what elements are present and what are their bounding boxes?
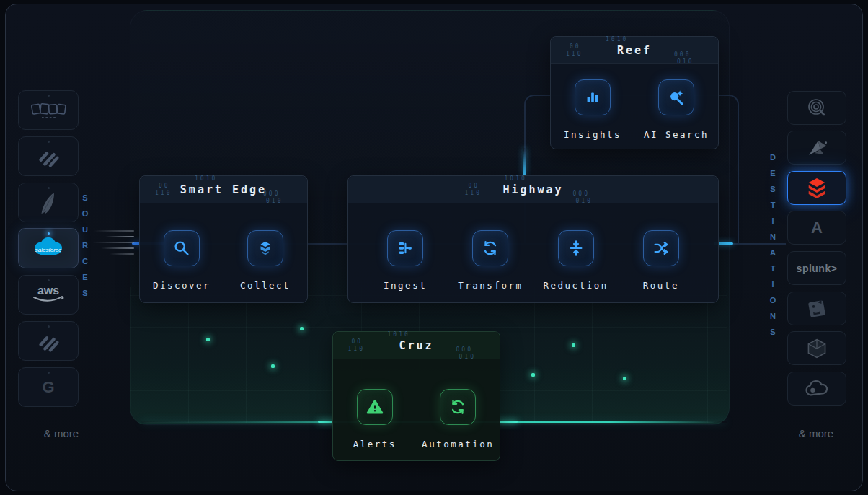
destination-tile-datadog[interactable] — [787, 292, 846, 325]
item-label: Insights — [564, 129, 621, 140]
panel-title-highway: Highway — [502, 183, 563, 196]
magnifier-icon[interactable] — [164, 230, 200, 266]
panel-title-smart-edge: Smart Edge — [180, 183, 267, 196]
highway-item-transform: Transform — [448, 230, 533, 291]
destination-tile-databricks[interactable] — [787, 171, 846, 205]
sync-icon[interactable] — [472, 230, 508, 266]
data-particle — [271, 364, 275, 368]
destination-tile-q[interactable] — [787, 91, 846, 125]
google-logo: G — [42, 378, 54, 397]
apache-feather-logo — [35, 190, 61, 216]
diagonal-stripes-logo — [35, 143, 62, 170]
destination-tile-splunk[interactable]: splunk> — [787, 251, 846, 285]
panel-title-reef: Reef — [617, 44, 652, 57]
speed-line — [101, 248, 134, 249]
databricks-logo — [805, 177, 829, 200]
data-particle — [531, 373, 535, 377]
speed-line — [110, 253, 134, 255]
destination-tile-cloud[interactable] — [787, 372, 846, 406]
data-particle — [572, 343, 575, 347]
highway-item-ingest: Ingest — [363, 230, 448, 291]
item-label: Collect — [240, 280, 291, 291]
highway-header: 101000 110000 010 Highway — [348, 176, 718, 203]
destination-tile-bird[interactable] — [787, 131, 846, 165]
source-tile-boxes[interactable] — [18, 90, 79, 130]
data-particle — [206, 338, 210, 341]
data-particle — [623, 377, 626, 380]
datadog-logo — [805, 297, 829, 321]
destination-tile-cube[interactable] — [787, 331, 846, 365]
reef-panel: 101000 110000 010 Reef Insights — [550, 36, 719, 149]
svg-text:salesforce: salesforce — [35, 247, 62, 253]
item-label: Automation — [422, 439, 494, 450]
cloud-logo — [803, 379, 831, 399]
source-tile-feather[interactable] — [18, 183, 79, 222]
destinations-more-label: & more — [783, 427, 849, 439]
cruz-item-automation: Automation — [417, 389, 500, 450]
data-particle — [300, 327, 304, 330]
item-label: Reduction — [544, 280, 608, 291]
warning-icon[interactable] — [357, 389, 393, 425]
q-spiral-logo — [805, 96, 829, 121]
reef-item-ai-search: AI Search — [634, 79, 718, 140]
aws-logo: aws — [30, 286, 66, 305]
cruz-right-connector-glow — [497, 421, 518, 423]
compress-icon[interactable] — [558, 230, 594, 266]
sync-green-icon[interactable] — [440, 389, 476, 425]
cruz-header: 101000 110000 010 Cruz — [333, 332, 500, 359]
highway-item-reduction: Reduction — [533, 230, 619, 291]
speed-line — [105, 236, 134, 237]
source-tile-aws[interactable]: aws — [18, 275, 79, 315]
item-label: Alerts — [353, 439, 397, 450]
destinations-rail-label: DESTINATIONS — [769, 153, 777, 343]
source-tile-google[interactable]: G — [18, 367, 79, 407]
destination-tile-azure[interactable]: A — [787, 211, 846, 245]
source-tile-stripes-2[interactable] — [18, 321, 79, 361]
item-label: Discover — [153, 280, 211, 291]
smart-edge-panel: 101000 110000 010 Smart Edge Discover Co… — [139, 175, 308, 303]
sources-more-label: & more — [29, 427, 94, 439]
reef-item-insights: Insights — [551, 79, 634, 140]
smart-edge-item-collect: Collect — [223, 230, 307, 291]
source-tile-stripes[interactable] — [18, 136, 79, 176]
cruz-panel: 101000 110000 010 Cruz Alerts — [332, 331, 500, 461]
merge-icon[interactable] — [387, 230, 423, 266]
splunk-logo: splunk> — [797, 263, 838, 274]
shuffle-icon[interactable] — [643, 230, 679, 266]
origami-bird-logo — [804, 136, 830, 159]
sources-rail-label: SOURCES — [81, 193, 89, 305]
item-label: Route — [643, 280, 679, 291]
item-label: Ingest — [384, 280, 427, 291]
bar-chart-icon[interactable] — [575, 79, 611, 115]
panel-title-cruz: Cruz — [399, 339, 433, 352]
smart-edge-item-discover: Discover — [140, 230, 223, 291]
cube-logo — [805, 337, 828, 360]
item-label: AI Search — [644, 129, 709, 140]
reef-header: 101000 110000 010 Reef — [551, 37, 718, 64]
collect-box-icon[interactable] — [247, 230, 283, 266]
smart-edge-header: 101000 110000 010 Smart Edge — [140, 176, 307, 203]
boxes-logo — [26, 97, 71, 123]
source-tile-salesforce[interactable]: salesforce — [18, 228, 79, 268]
item-label: Transform — [458, 280, 523, 291]
ai-search-icon[interactable] — [658, 79, 694, 115]
highway-panel: 101000 110000 010 Highway Ingest — [347, 175, 719, 303]
highway-item-route: Route — [619, 230, 704, 291]
speed-line — [92, 242, 134, 243]
speed-line — [94, 230, 134, 232]
highway-reef-glow — [523, 148, 526, 175]
diagonal-stripes-logo — [35, 328, 62, 355]
salesforce-logo: salesforce — [26, 235, 71, 262]
azure-a-logo: A — [811, 219, 823, 237]
cruz-item-alerts: Alerts — [333, 389, 417, 450]
